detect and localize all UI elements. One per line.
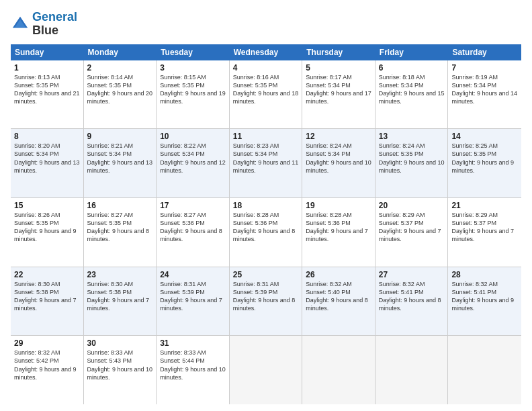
day-cell: 10Sunrise: 8:22 AM Sunset: 5:34 PM Dayli… bbox=[157, 129, 230, 197]
day-info: Sunrise: 8:14 AM Sunset: 5:35 PM Dayligh… bbox=[87, 73, 153, 106]
day-info: Sunrise: 8:29 AM Sunset: 5:37 PM Dayligh… bbox=[379, 211, 445, 244]
header-friday: Friday bbox=[375, 44, 449, 60]
week-row: 15Sunrise: 8:26 AM Sunset: 5:35 PM Dayli… bbox=[11, 198, 521, 267]
day-cell: 20Sunrise: 8:29 AM Sunset: 5:37 PM Dayli… bbox=[375, 198, 449, 267]
day-number: 22 bbox=[14, 270, 80, 279]
day-info: Sunrise: 8:17 AM Sunset: 5:34 PM Dayligh… bbox=[306, 73, 371, 106]
day-info: Sunrise: 8:31 AM Sunset: 5:39 PM Dayligh… bbox=[160, 280, 226, 313]
day-cell: 15Sunrise: 8:26 AM Sunset: 5:35 PM Dayli… bbox=[11, 198, 84, 267]
day-info: Sunrise: 8:24 AM Sunset: 5:34 PM Dayligh… bbox=[306, 142, 371, 175]
header-saturday: Saturday bbox=[448, 44, 521, 60]
day-cell: 12Sunrise: 8:24 AM Sunset: 5:34 PM Dayli… bbox=[302, 129, 375, 197]
day-number: 18 bbox=[233, 201, 299, 210]
day-number: 27 bbox=[379, 270, 445, 279]
day-number: 1 bbox=[14, 63, 80, 73]
day-number: 20 bbox=[379, 201, 445, 210]
day-cell: 5Sunrise: 8:17 AM Sunset: 5:34 PM Daylig… bbox=[302, 60, 375, 129]
day-info: Sunrise: 8:30 AM Sunset: 5:38 PM Dayligh… bbox=[87, 280, 153, 313]
day-cell: 14Sunrise: 8:25 AM Sunset: 5:35 PM Dayli… bbox=[448, 129, 521, 197]
day-number: 3 bbox=[160, 63, 226, 73]
day-info: Sunrise: 8:25 AM Sunset: 5:35 PM Dayligh… bbox=[451, 142, 518, 175]
day-info: Sunrise: 8:19 AM Sunset: 5:34 PM Dayligh… bbox=[451, 73, 518, 106]
day-info: Sunrise: 8:33 AM Sunset: 5:43 PM Dayligh… bbox=[87, 349, 153, 381]
day-number: 23 bbox=[87, 270, 153, 279]
day-number: 2 bbox=[87, 63, 153, 73]
week-row: 8Sunrise: 8:20 AM Sunset: 5:34 PM Daylig… bbox=[11, 129, 521, 198]
day-info: Sunrise: 8:28 AM Sunset: 5:36 PM Dayligh… bbox=[306, 211, 371, 244]
day-number: 14 bbox=[451, 132, 518, 141]
day-cell: 31Sunrise: 8:33 AM Sunset: 5:44 PM Dayli… bbox=[157, 336, 230, 404]
day-number: 17 bbox=[160, 201, 226, 210]
day-info: Sunrise: 8:20 AM Sunset: 5:34 PM Dayligh… bbox=[14, 142, 80, 175]
day-info: Sunrise: 8:32 AM Sunset: 5:42 PM Dayligh… bbox=[14, 349, 80, 381]
day-number: 31 bbox=[160, 338, 226, 348]
empty-cell bbox=[448, 336, 521, 404]
day-info: Sunrise: 8:16 AM Sunset: 5:35 PM Dayligh… bbox=[233, 73, 299, 106]
day-number: 28 bbox=[451, 270, 518, 279]
day-info: Sunrise: 8:30 AM Sunset: 5:38 PM Dayligh… bbox=[14, 280, 80, 313]
day-cell: 9Sunrise: 8:21 AM Sunset: 5:34 PM Daylig… bbox=[84, 129, 157, 197]
day-cell: 21Sunrise: 8:29 AM Sunset: 5:37 PM Dayli… bbox=[448, 198, 521, 267]
header-wednesday: Wednesday bbox=[230, 44, 303, 60]
day-info: Sunrise: 8:29 AM Sunset: 5:37 PM Dayligh… bbox=[451, 211, 518, 244]
day-cell: 16Sunrise: 8:27 AM Sunset: 5:35 PM Dayli… bbox=[84, 198, 157, 267]
day-number: 16 bbox=[87, 201, 153, 210]
day-number: 10 bbox=[160, 132, 226, 141]
day-cell: 6Sunrise: 8:18 AM Sunset: 5:34 PM Daylig… bbox=[375, 60, 449, 129]
day-info: Sunrise: 8:27 AM Sunset: 5:35 PM Dayligh… bbox=[87, 211, 153, 244]
day-info: Sunrise: 8:32 AM Sunset: 5:41 PM Dayligh… bbox=[379, 280, 445, 313]
day-cell: 11Sunrise: 8:23 AM Sunset: 5:34 PM Dayli… bbox=[230, 129, 303, 197]
header-monday: Monday bbox=[84, 44, 157, 60]
day-number: 30 bbox=[87, 338, 153, 348]
logo: General Blue bbox=[11, 11, 77, 38]
day-info: Sunrise: 8:24 AM Sunset: 5:35 PM Dayligh… bbox=[379, 142, 445, 175]
day-cell: 1Sunrise: 8:13 AM Sunset: 5:35 PM Daylig… bbox=[11, 60, 84, 129]
day-cell: 3Sunrise: 8:15 AM Sunset: 5:35 PM Daylig… bbox=[157, 60, 230, 129]
day-cell: 24Sunrise: 8:31 AM Sunset: 5:39 PM Dayli… bbox=[157, 267, 230, 336]
day-cell: 18Sunrise: 8:28 AM Sunset: 5:36 PM Dayli… bbox=[230, 198, 303, 267]
day-cell: 13Sunrise: 8:24 AM Sunset: 5:35 PM Dayli… bbox=[375, 129, 449, 197]
page: General Blue Sunday Monday Tuesday Wedne… bbox=[0, 0, 532, 411]
logo-icon bbox=[11, 15, 30, 34]
header-tuesday: Tuesday bbox=[157, 44, 230, 60]
day-number: 21 bbox=[451, 201, 518, 210]
day-info: Sunrise: 8:31 AM Sunset: 5:39 PM Dayligh… bbox=[233, 280, 299, 313]
day-info: Sunrise: 8:23 AM Sunset: 5:34 PM Dayligh… bbox=[233, 142, 299, 175]
day-info: Sunrise: 8:32 AM Sunset: 5:40 PM Dayligh… bbox=[306, 280, 371, 313]
week-row: 22Sunrise: 8:30 AM Sunset: 5:38 PM Dayli… bbox=[11, 267, 521, 336]
day-info: Sunrise: 8:26 AM Sunset: 5:35 PM Dayligh… bbox=[14, 211, 80, 244]
day-number: 26 bbox=[306, 270, 371, 279]
day-cell: 2Sunrise: 8:14 AM Sunset: 5:35 PM Daylig… bbox=[84, 60, 157, 129]
empty-cell bbox=[230, 336, 303, 404]
day-number: 11 bbox=[233, 132, 299, 141]
day-number: 13 bbox=[379, 132, 445, 141]
header: General Blue bbox=[11, 11, 521, 38]
day-cell: 17Sunrise: 8:27 AM Sunset: 5:36 PM Dayli… bbox=[157, 198, 230, 267]
empty-cell bbox=[375, 336, 449, 404]
day-cell: 27Sunrise: 8:32 AM Sunset: 5:41 PM Dayli… bbox=[375, 267, 449, 336]
day-cell: 29Sunrise: 8:32 AM Sunset: 5:42 PM Dayli… bbox=[11, 336, 84, 404]
day-number: 15 bbox=[14, 201, 80, 210]
calendar-body: 1Sunrise: 8:13 AM Sunset: 5:35 PM Daylig… bbox=[11, 60, 521, 404]
day-number: 7 bbox=[451, 63, 518, 73]
day-cell: 25Sunrise: 8:31 AM Sunset: 5:39 PM Dayli… bbox=[230, 267, 303, 336]
day-info: Sunrise: 8:15 AM Sunset: 5:35 PM Dayligh… bbox=[160, 73, 226, 106]
day-number: 25 bbox=[233, 270, 299, 279]
day-info: Sunrise: 8:32 AM Sunset: 5:41 PM Dayligh… bbox=[451, 280, 518, 313]
calendar-header: Sunday Monday Tuesday Wednesday Thursday… bbox=[11, 44, 521, 60]
header-thursday: Thursday bbox=[302, 44, 375, 60]
day-number: 4 bbox=[233, 63, 299, 73]
day-cell: 26Sunrise: 8:32 AM Sunset: 5:40 PM Dayli… bbox=[302, 267, 375, 336]
day-info: Sunrise: 8:22 AM Sunset: 5:34 PM Dayligh… bbox=[160, 142, 226, 175]
day-cell: 30Sunrise: 8:33 AM Sunset: 5:43 PM Dayli… bbox=[84, 336, 157, 404]
day-number: 19 bbox=[306, 201, 371, 210]
logo-text: General Blue bbox=[32, 11, 77, 38]
empty-cell bbox=[302, 336, 375, 404]
day-cell: 19Sunrise: 8:28 AM Sunset: 5:36 PM Dayli… bbox=[302, 198, 375, 267]
day-cell: 28Sunrise: 8:32 AM Sunset: 5:41 PM Dayli… bbox=[448, 267, 521, 336]
day-number: 5 bbox=[306, 63, 371, 73]
day-number: 29 bbox=[14, 338, 80, 348]
day-cell: 7Sunrise: 8:19 AM Sunset: 5:34 PM Daylig… bbox=[448, 60, 521, 129]
day-info: Sunrise: 8:21 AM Sunset: 5:34 PM Dayligh… bbox=[87, 142, 153, 175]
day-cell: 23Sunrise: 8:30 AM Sunset: 5:38 PM Dayli… bbox=[84, 267, 157, 336]
